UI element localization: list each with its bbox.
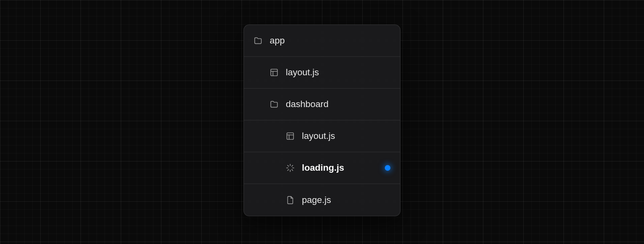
tree-item-label: page.js — [302, 195, 331, 205]
tree-item-dashboard[interactable]: dashboard — [244, 89, 400, 120]
loading-icon — [286, 163, 295, 172]
svg-line-9 — [292, 170, 293, 171]
tree-item-layout[interactable]: layout.js — [244, 57, 400, 89]
tree-item-label: loading.js — [302, 163, 344, 173]
tree-item-page[interactable]: page.js — [244, 184, 400, 216]
tree-item-layout[interactable]: layout.js — [244, 120, 400, 152]
folder-icon — [270, 100, 279, 109]
layout-icon — [286, 132, 295, 141]
tree-item-loading[interactable]: loading.js — [244, 152, 400, 184]
svg-line-13 — [292, 165, 293, 167]
tree-item-label: layout.js — [286, 67, 319, 78]
svg-line-12 — [288, 170, 289, 171]
layout-icon — [270, 68, 279, 77]
folder-icon — [254, 36, 262, 45]
tree-item-app[interactable]: app — [244, 25, 400, 57]
tree-item-label: layout.js — [302, 131, 335, 141]
active-indicator-dot — [385, 165, 390, 171]
file-tree-panel: app layout.js dashboard layout.j — [244, 25, 400, 216]
svg-rect-0 — [271, 69, 278, 76]
tree-item-label: app — [270, 35, 285, 46]
svg-rect-3 — [287, 133, 294, 140]
svg-line-8 — [288, 165, 289, 167]
tree-item-label: dashboard — [286, 99, 328, 110]
file-icon — [286, 196, 295, 205]
